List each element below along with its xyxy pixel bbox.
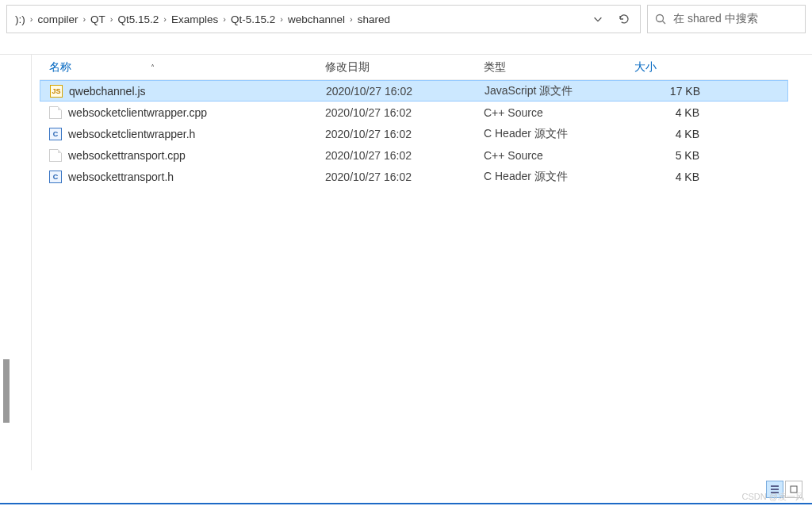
file-name: websocketclientwrapper.cpp (68, 106, 207, 119)
file-type-icon: C (49, 171, 62, 183)
file-type: C Header 源文件 (484, 170, 634, 184)
chevron-right-icon[interactable]: › (29, 14, 35, 24)
file-list: 名称˄ 修改日期 类型 大小 JSqwebchannel.js2020/10/2… (32, 55, 812, 470)
file-type-icon (49, 149, 62, 162)
breadcrumb-item[interactable]: QT (90, 13, 105, 25)
chevron-right-icon[interactable]: › (348, 14, 354, 24)
column-header-type[interactable]: 类型 (484, 60, 634, 75)
search-placeholder: 在 shared 中搜索 (673, 12, 758, 26)
search-icon (654, 13, 667, 25)
chevron-right-icon[interactable]: › (221, 14, 228, 24)
file-date: 2020/10/27 16:02 (325, 171, 484, 183)
svg-line-1 (663, 21, 666, 25)
refresh-button[interactable] (618, 13, 630, 25)
file-row[interactable]: Cwebsockettransport.h2020/10/27 16:02C H… (40, 166, 788, 187)
column-header-size[interactable]: 大小 (634, 60, 706, 75)
chevron-right-icon[interactable]: › (109, 14, 115, 24)
file-type-icon: JS (50, 85, 63, 98)
chevron-right-icon[interactable]: › (81, 14, 87, 24)
file-row[interactable]: websocketclientwrapper.cpp2020/10/27 16:… (40, 102, 788, 123)
file-size: 5 KB (634, 149, 706, 162)
breadcrumb-item[interactable]: shared (358, 13, 390, 25)
breadcrumb-bar[interactable]: ):) › compiler › QT › Qt5.15.2 › Example… (6, 5, 641, 33)
nav-scrollbar[interactable] (0, 55, 13, 470)
breadcrumb: ):) › compiler › QT › Qt5.15.2 › Example… (15, 13, 592, 25)
file-row[interactable]: JSqwebchannel.js2020/10/27 16:02JavaScri… (40, 80, 788, 102)
breadcrumb-item[interactable]: Examples (171, 13, 218, 25)
file-size: 4 KB (634, 128, 706, 140)
file-date: 2020/10/27 16:02 (325, 128, 484, 140)
file-date: 2020/10/27 16:02 (325, 106, 484, 119)
search-box[interactable]: 在 shared 中搜索 (647, 5, 806, 33)
file-date: 2020/10/27 16:02 (325, 149, 484, 162)
scrollbar-thumb[interactable] (3, 359, 10, 423)
file-type-icon: C (49, 128, 62, 140)
file-type: C++ Source (484, 149, 634, 162)
file-name: websockettransport.cpp (68, 149, 186, 162)
chevron-right-icon[interactable]: › (162, 14, 168, 24)
sort-indicator-icon: ˄ (151, 63, 155, 72)
file-date: 2020/10/27 16:02 (326, 85, 485, 98)
refresh-icon (618, 13, 630, 25)
address-toolbar: ):) › compiler › QT › Qt5.15.2 › Example… (0, 0, 812, 38)
file-type: C++ Source (484, 106, 634, 119)
column-header-name[interactable]: 名称˄ (40, 60, 325, 75)
chevron-right-icon[interactable]: › (278, 14, 285, 24)
chevron-down-icon (592, 13, 603, 25)
file-size: 4 KB (634, 106, 706, 119)
breadcrumb-item[interactable]: Qt-5.15.2 (231, 13, 275, 25)
file-name: websockettransport.h (68, 171, 174, 183)
breadcrumb-item[interactable]: Qt5.15.2 (118, 13, 159, 25)
file-name: websocketclientwrapper.h (68, 128, 195, 140)
file-type: C Header 源文件 (484, 127, 634, 141)
file-type: JavaScript 源文件 (485, 84, 635, 98)
column-header-date[interactable]: 修改日期 (325, 60, 484, 75)
file-size: 17 KB (635, 85, 707, 98)
breadcrumb-item[interactable]: compiler (37, 13, 78, 25)
file-type-icon (49, 106, 62, 119)
file-size: 4 KB (634, 171, 706, 183)
file-name: qwebchannel.js (69, 85, 146, 98)
column-header-row: 名称˄ 修改日期 类型 大小 (40, 55, 788, 80)
watermark: CSDN @凌一风 (742, 491, 804, 503)
svg-point-0 (657, 15, 664, 22)
sidebar-edge (13, 55, 32, 470)
file-row[interactable]: Cwebsocketclientwrapper.h2020/10/27 16:0… (40, 123, 788, 144)
file-row[interactable]: websockettransport.cpp2020/10/27 16:02C+… (40, 144, 788, 166)
breadcrumb-item[interactable]: webchannel (288, 13, 345, 25)
breadcrumb-drive[interactable]: ):) (15, 13, 25, 25)
address-dropdown-button[interactable] (592, 13, 603, 25)
